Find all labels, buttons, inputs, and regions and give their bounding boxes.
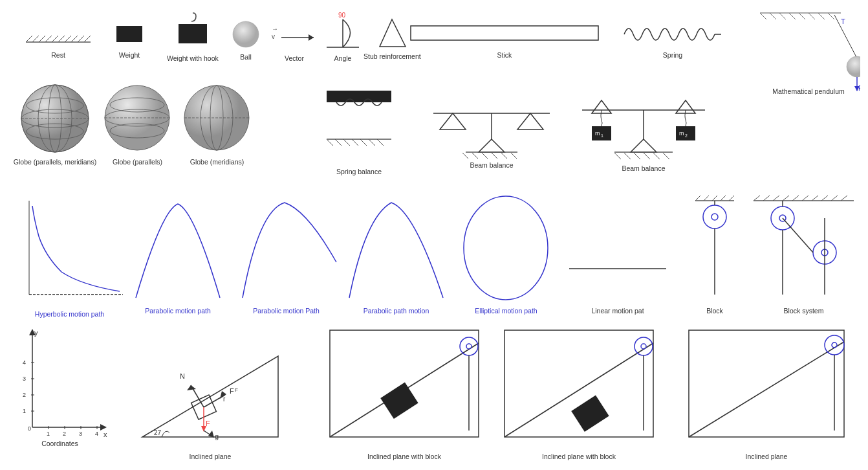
block-item: Block	[682, 191, 747, 316]
svg-text:1: 1	[23, 408, 26, 414]
svg-line-73	[472, 153, 479, 159]
svg-point-171	[460, 337, 478, 355]
svg-line-116	[802, 196, 808, 201]
svg-marker-71	[517, 113, 543, 129]
linear-item: Linear motion pat	[563, 191, 673, 316]
parabolic1-item: Parabolic motion path	[126, 197, 230, 316]
svg-point-172	[466, 344, 472, 349]
svg-line-101	[695, 196, 700, 201]
svg-text:3: 3	[79, 431, 82, 437]
svg-line-7	[65, 36, 71, 42]
svg-line-10	[84, 36, 91, 42]
svg-text:N: N	[180, 372, 185, 380]
globe-m-label: Globe (meridians)	[190, 158, 244, 167]
svg-point-13	[233, 21, 259, 47]
svg-point-184	[832, 342, 837, 348]
svg-line-77	[511, 153, 517, 159]
svg-line-4	[45, 36, 52, 42]
svg-line-105	[729, 196, 734, 201]
svg-line-9	[78, 36, 84, 42]
svg-line-118	[821, 196, 828, 201]
linear-label: Linear motion pat	[591, 307, 644, 316]
spring-label: Spring	[663, 51, 682, 60]
svg-line-29	[799, 13, 805, 19]
svg-line-84	[634, 153, 640, 159]
inclined1-label: Inclined plane	[190, 453, 232, 462]
globe-p-item: Globe (parallels)	[100, 81, 175, 167]
svg-line-31	[818, 13, 825, 19]
globe-p-label: Globe (parallels)	[113, 158, 162, 167]
svg-line-30	[808, 13, 815, 19]
weight-item: Weight	[113, 19, 146, 60]
svg-point-107	[711, 214, 718, 220]
coordinates-label: Coordinates	[41, 440, 78, 449]
svg-line-3	[39, 36, 45, 42]
svg-text:x: x	[103, 431, 107, 437]
svg-line-82	[614, 153, 621, 159]
pendulum-top: T F g Mathematical pendulum	[757, 10, 860, 96]
svg-text:F: F	[858, 84, 860, 92]
svg-line-25	[760, 13, 766, 19]
beam-balance2-label: Beam balance	[622, 164, 665, 173]
parabolic2-label: Parabolic motion Path	[253, 307, 320, 316]
svg-rect-12	[179, 24, 207, 43]
weight-hook-item: Weight with hook	[167, 10, 219, 63]
svg-line-102	[704, 196, 709, 201]
beam-balance2-item: m 1 m 2 Beam balance	[576, 74, 711, 173]
svg-marker-152	[142, 356, 278, 437]
parabolic3-item: Parabolic path motion	[343, 197, 450, 316]
svg-line-120	[841, 196, 847, 201]
svg-line-27	[779, 13, 786, 19]
svg-point-106	[703, 205, 726, 229]
svg-text:r: r	[223, 396, 226, 403]
svg-line-26	[770, 13, 776, 19]
svg-point-183	[825, 335, 844, 355]
svg-text:90: 90	[338, 12, 346, 19]
svg-line-115	[792, 196, 799, 201]
parabolic1-label: Parabolic motion path	[145, 307, 211, 316]
svg-text:g: g	[215, 432, 219, 440]
svg-line-176	[505, 343, 653, 437]
svg-text:F: F	[206, 420, 210, 427]
rest-label: Rest	[51, 51, 65, 60]
weight-label: Weight	[119, 51, 140, 60]
svg-line-6	[58, 36, 65, 42]
svg-line-114	[783, 196, 789, 201]
svg-point-177	[635, 337, 653, 355]
svg-text:2: 2	[685, 133, 688, 138]
svg-line-86	[653, 153, 660, 159]
svg-line-1	[26, 36, 32, 42]
beam-balance1-label: Beam balance	[470, 161, 513, 170]
svg-line-72	[462, 153, 469, 159]
svg-line-117	[812, 196, 818, 201]
inclined2-label: Inclined plane with block	[367, 453, 441, 462]
svg-marker-17	[309, 34, 314, 41]
block-system-item: Block system	[747, 191, 860, 316]
svg-line-5	[52, 36, 58, 42]
angle-label: Angle	[334, 54, 352, 63]
svg-line-104	[721, 196, 726, 201]
spring-balance-label: Spring balance	[336, 168, 382, 177]
svg-text:27: 27	[154, 429, 162, 436]
svg-text:F: F	[230, 387, 234, 395]
hyperbolic-label: Hyperbolic motion path	[35, 310, 104, 319]
svg-text:m: m	[679, 130, 684, 137]
svg-line-64	[369, 139, 375, 146]
svg-line-62	[352, 139, 358, 146]
ball-label: Ball	[240, 53, 252, 62]
svg-rect-181	[689, 330, 844, 437]
svg-line-111	[754, 196, 760, 201]
parabolic2-item: Parabolic motion Path	[233, 197, 340, 316]
rest-item: Rest	[19, 13, 97, 60]
svg-line-8	[71, 36, 78, 42]
svg-line-59	[327, 139, 333, 146]
globe-pm-item: Globe (parallels, meridians)	[13, 81, 97, 167]
svg-text:→: →	[272, 25, 278, 32]
svg-rect-11	[116, 26, 142, 42]
svg-line-113	[773, 196, 779, 201]
svg-text:2: 2	[63, 431, 66, 437]
svg-text:T: T	[841, 17, 845, 25]
parabolic3-label: Parabolic path motion	[363, 307, 429, 316]
svg-marker-80	[631, 139, 656, 152]
globe-pm-label: Globe (parallels, meridians)	[14, 158, 96, 167]
